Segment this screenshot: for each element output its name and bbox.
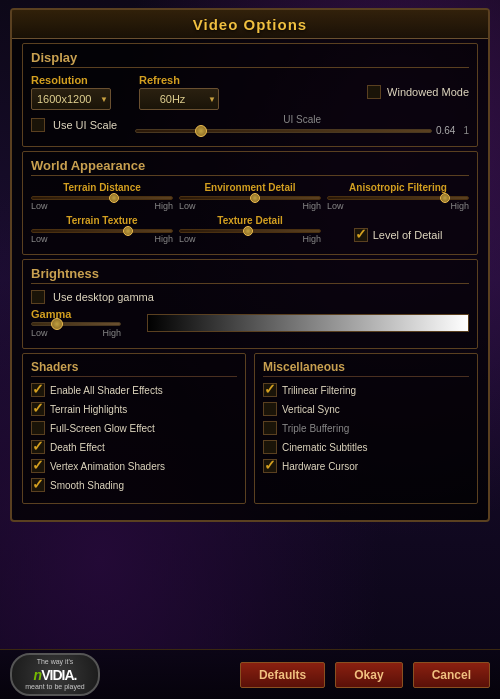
nvidia-bottom-text: meant to be played [25,683,85,691]
misc-label-0: Trilinear Filtering [282,385,356,396]
action-buttons: Defaults Okay Cancel [240,662,490,688]
af-low: Low [327,201,344,211]
refresh-select[interactable]: 60Hz 75Hz 85Hz [139,88,219,110]
terrain-texture-group: Terrain Texture Low High [31,215,173,244]
misc-item-3: Cinematic Subtitles [263,440,469,454]
terrain-texture-thumb[interactable] [123,226,133,236]
misc-label-2: Triple Buffering [282,423,349,434]
texture-detail-thumb[interactable] [243,226,253,236]
bottom-bar: The way it's nVIDIA. meant to be played … [0,649,500,699]
gamma-slider-row: Gamma Low High [31,308,469,338]
ui-scale-value: 0.64 [436,125,459,136]
gamma-high: High [102,328,121,338]
refresh-label: Refresh [139,74,219,86]
shader-label-4: Vertex Animation Shaders [50,461,165,472]
world-section-title: World Appearance [31,158,469,176]
anisotropic-thumb[interactable] [440,193,450,203]
brightness-section: Brightness Use desktop gamma Gamma Low H… [22,259,478,349]
terrain-texture-label: Terrain Texture [31,215,173,226]
shader-checkbox-0[interactable] [31,383,45,397]
shader-item-0: Enable All Shader Effects [31,383,237,397]
td-low: Low [31,201,48,211]
ed-high: High [302,201,321,211]
shader-item-1: Terrain Highlights [31,402,237,416]
texture-detail-label: Texture Detail [179,215,321,226]
env-detail-labels: Low High [179,201,321,211]
environment-detail-thumb[interactable] [250,193,260,203]
shader-checkbox-1[interactable] [31,402,45,416]
tt-labels: Low High [31,234,173,244]
shader-label-1: Terrain Highlights [50,404,127,415]
windowed-mode-checkbox[interactable] [367,85,381,99]
level-of-detail-label: Level of Detail [373,229,443,241]
misc-checkbox-3[interactable] [263,440,277,454]
texture-detail-track[interactable] [179,229,321,233]
display-section-title: Display [31,50,469,68]
refresh-group: Refresh 60Hz 75Hz 85Hz [139,74,219,110]
shaders-box: Shaders Enable All Shader Effects Terrai… [22,353,246,504]
shader-checkbox-2[interactable] [31,421,45,435]
txd-high: High [302,234,321,244]
terrain-texture-track[interactable] [31,229,173,233]
ui-scale-thumb[interactable] [195,125,207,137]
use-ui-scale-label: Use UI Scale [53,119,117,131]
shader-checkbox-3[interactable] [31,440,45,454]
ui-scale-slider-row: 0.64 1 [135,125,469,136]
txd-low: Low [179,234,196,244]
level-of-detail-checkbox[interactable] [354,228,368,242]
resolution-refresh-row: Resolution 1600x1200 1920x1080 1280x1024… [31,74,469,110]
shader-label-2: Full-Screen Glow Effect [50,423,155,434]
environment-detail-track[interactable] [179,196,321,200]
cancel-button[interactable]: Cancel [413,662,490,688]
gamma-label: Gamma [31,308,131,320]
nvidia-top-text: The way it's [37,658,74,666]
resolution-dropdown-wrap[interactable]: 1600x1200 1920x1080 1280x1024 [31,88,111,110]
anisotropic-track[interactable] [327,196,469,200]
okay-button[interactable]: Okay [335,662,402,688]
misc-item-2: Triple Buffering [263,421,469,435]
td-high: High [154,201,173,211]
misc-item-0: Trilinear Filtering [263,383,469,397]
shader-checkbox-5[interactable] [31,478,45,492]
shader-item-5: Smooth Shading [31,478,237,492]
misc-checkbox-2[interactable] [263,421,277,435]
use-ui-scale-checkbox[interactable] [31,118,45,132]
tt-high: High [154,234,173,244]
misc-checkbox-1[interactable] [263,402,277,416]
environment-detail-group: Environment Detail Low High [179,182,321,211]
ui-scale-group: UI Scale 0.64 1 [135,114,469,136]
anisotropic-label: Anisotropic Filtering [327,182,469,193]
defaults-button[interactable]: Defaults [240,662,325,688]
misc-checkbox-0[interactable] [263,383,277,397]
misc-label-4: Hardware Cursor [282,461,358,472]
gamma-lh: Low High [31,328,121,338]
gamma-thumb[interactable] [51,318,63,330]
tt-low: Low [31,234,48,244]
gamma-track[interactable] [31,322,121,326]
shader-label-0: Enable All Shader Effects [50,385,163,396]
terrain-distance-track[interactable] [31,196,173,200]
video-options-panel: Video Options Display Resolution 1600x12… [10,8,490,522]
miscellaneous-box: Miscellaneous Trilinear Filtering Vertic… [254,353,478,504]
refresh-dropdown-wrap[interactable]: 60Hz 75Hz 85Hz [139,88,219,110]
terrain-distance-thumb[interactable] [109,193,119,203]
wa-row-2: Terrain Texture Low High Texture Detail … [31,215,469,244]
windowed-mode-group: Windowed Mode [367,85,469,99]
terrain-distance-group: Terrain Distance Low High [31,182,173,211]
desktop-gamma-label: Use desktop gamma [53,291,154,303]
display-section: Display Resolution 1600x1200 1920x1080 1… [22,43,478,147]
misc-item-1: Vertical Sync [263,402,469,416]
shader-item-2: Full-Screen Glow Effect [31,421,237,435]
shaders-title: Shaders [31,360,237,377]
gamma-bar [147,314,469,332]
misc-label-3: Cinematic Subtitles [282,442,368,453]
environment-detail-label: Environment Detail [179,182,321,193]
resolution-group: Resolution 1600x1200 1920x1080 1280x1024 [31,74,111,110]
shader-checkbox-4[interactable] [31,459,45,473]
ui-scale-slider-track[interactable] [135,129,432,133]
ed-low: Low [179,201,196,211]
misc-checkbox-4[interactable] [263,459,277,473]
windowed-mode-label: Windowed Mode [387,86,469,98]
resolution-select[interactable]: 1600x1200 1920x1080 1280x1024 [31,88,111,110]
desktop-gamma-checkbox[interactable] [31,290,45,304]
